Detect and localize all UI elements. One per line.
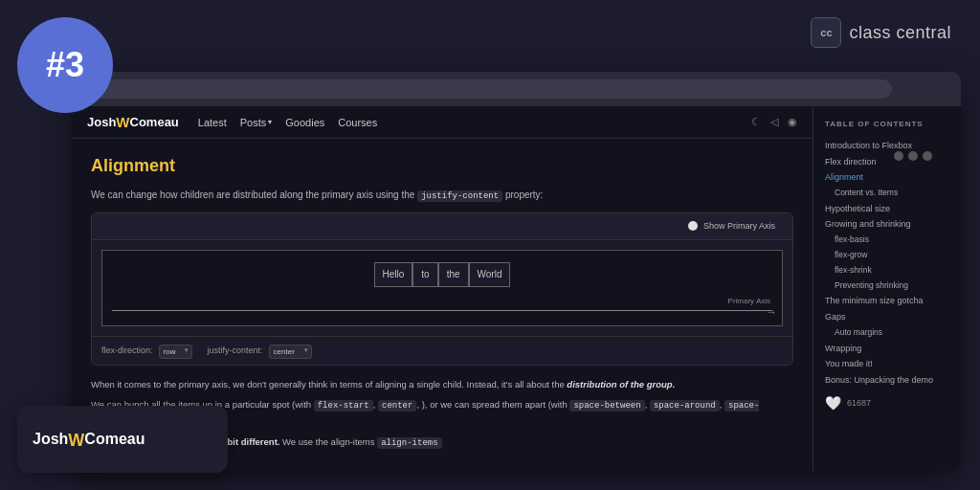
site-nav: JoshWComeau Latest Posts Goodies Courses…: [72, 106, 813, 139]
browser-dots: [894, 151, 932, 161]
flex-direction-select-wrapper: row: [159, 343, 192, 359]
browser-dot-2: [908, 151, 918, 161]
moon-icon[interactable]: ☾: [751, 116, 761, 128]
nav-posts[interactable]: Posts: [240, 117, 273, 128]
sidebar-toc: TABLE OF CONTENTS Introduction to Flexbo…: [813, 106, 961, 471]
jc-card: JoshWComeau: [17, 406, 228, 473]
toggle-label: Show Primary Axis: [703, 219, 775, 233]
badge-text: #3: [46, 45, 84, 85]
toc-you-made-it[interactable]: You made it!: [825, 356, 949, 372]
flex-demo-area: Hello to the World Primary Axis: [92, 240, 792, 336]
toc-preventing[interactable]: Preventing shrinking: [825, 278, 949, 294]
demo-controls: flex-direction: row justify-content:: [92, 336, 792, 365]
article-intro: We can change how children are distribut…: [91, 188, 793, 203]
flex-direction-label: flex-direction:: [101, 344, 153, 357]
toc-wrapping[interactable]: Wrapping: [825, 341, 949, 357]
rss-icon[interactable]: ◉: [788, 116, 797, 128]
toc-min-size[interactable]: The minimum size gotcha: [825, 293, 949, 309]
flex-direction-group: flex-direction: row: [101, 343, 192, 359]
toc-auto-margins[interactable]: Auto margins: [825, 325, 949, 341]
toc-title: TABLE OF CONTENTS: [825, 120, 949, 128]
article-title: Alignment: [91, 152, 793, 180]
toc-bonus[interactable]: Bonus: Unpacking the demo: [825, 372, 949, 389]
toc-hearts: 🤍 61687: [825, 395, 949, 411]
justify-content-select[interactable]: center: [269, 345, 312, 359]
toggle-dot[interactable]: [688, 221, 698, 231]
primary-axis-label: Primary Axis: [728, 296, 770, 308]
toc-gaps[interactable]: Gaps: [825, 309, 949, 325]
heart-icon: 🤍: [825, 395, 841, 411]
browser-dot-3: [923, 151, 932, 161]
browser-dot-1: [894, 151, 903, 161]
nav-links: Latest Posts Goodies Courses: [198, 117, 377, 128]
nav-courses[interactable]: Courses: [338, 117, 377, 128]
toc-alignment[interactable]: Alignment: [825, 169, 949, 186]
logo-w: W: [116, 114, 129, 130]
nav-goodies[interactable]: Goodies: [285, 117, 324, 128]
intro-text: We can change how children are distribut…: [91, 189, 414, 200]
jc-josh: Josh: [33, 431, 68, 448]
flex-item-hello: Hello: [374, 262, 413, 287]
cc-logo-text: class central: [849, 23, 951, 43]
toc-content-vs-items[interactable]: Content vs. Items: [825, 186, 949, 201]
volume-icon[interactable]: ◁: [770, 116, 778, 128]
body-p1: When it comes to the primary axis, we do…: [91, 377, 793, 391]
address-bar[interactable]: [93, 79, 892, 99]
toc-growing[interactable]: Growing and shrinking: [825, 216, 949, 233]
flex-item-to: to: [412, 262, 437, 287]
flex-item-the: the: [438, 262, 469, 287]
demo-toggle-bar: Show Primary Axis: [92, 213, 792, 239]
site-logo: JoshWComeau: [87, 114, 179, 130]
justify-content-select-wrapper: center: [269, 343, 312, 359]
justify-content-group: justify-content: center: [208, 343, 312, 359]
logo-josh: Josh: [87, 115, 116, 129]
primary-axis-line: [112, 310, 772, 311]
justify-content-label: justify-content:: [208, 344, 263, 357]
jc-logo: JoshWComeau: [33, 430, 145, 450]
cc-icon-text: cc: [820, 27, 832, 38]
flex-item-world: World: [469, 262, 511, 287]
intro-suffix: property:: [505, 189, 543, 200]
nav-latest[interactable]: Latest: [198, 117, 227, 128]
property-code: justify-content: [417, 190, 502, 202]
nav-icons: ☾ ◁ ◉: [751, 116, 797, 128]
toc-flex-shrink[interactable]: flex-shrink: [825, 263, 949, 278]
demo-widget: Show Primary Axis Hello to the World Pri…: [91, 212, 793, 365]
flex-container: Hello to the World Primary Axis: [101, 250, 783, 326]
badge: #3: [17, 17, 113, 113]
toc-flex-basis[interactable]: flex-basis: [825, 233, 949, 248]
cc-logo: cc class central: [811, 17, 951, 48]
cc-icon: cc: [811, 17, 841, 48]
logo-comeau: Comeau: [130, 115, 179, 129]
jc-w: W: [68, 431, 84, 451]
flex-direction-select[interactable]: row: [159, 345, 192, 359]
toc-hypothetical[interactable]: Hypothetical size: [825, 201, 949, 217]
toc-flex-grow[interactable]: flex-grow: [825, 248, 949, 263]
heart-count: 61687: [847, 398, 871, 408]
browser-chrome: [72, 72, 961, 106]
jc-comeau: Comeau: [84, 431, 145, 448]
